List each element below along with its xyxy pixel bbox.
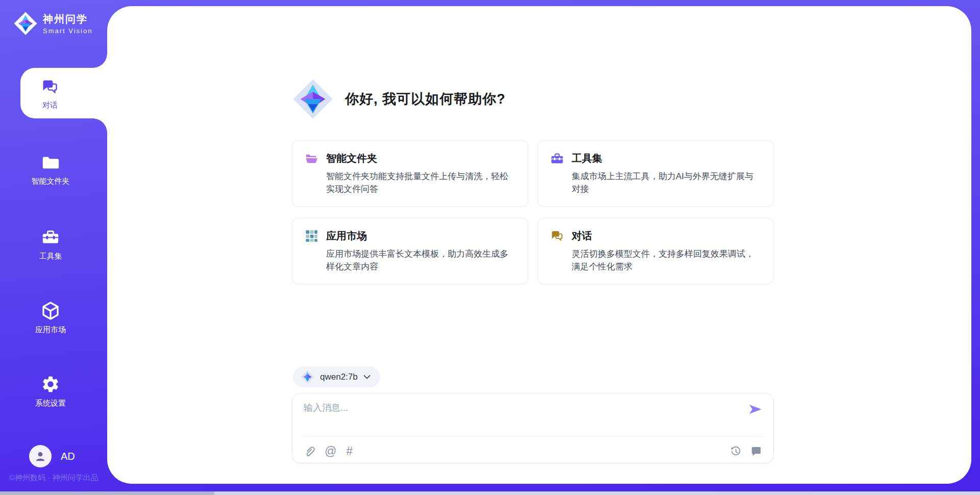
composer-divider (303, 436, 763, 437)
card-toolset[interactable]: 工具集 集成市场上主流工具，助力AI与外界无缝扩展与对接 (537, 140, 774, 207)
sidebar-item-label: 系统设置 (35, 399, 66, 408)
brand-subtitle: Smart Vision (43, 27, 92, 35)
user-icon (34, 450, 47, 463)
folder-icon (40, 152, 61, 172)
model-logo-icon (301, 370, 314, 384)
card-description: 集成市场上主流工具，助力AI与外界无缝扩展与对接 (572, 170, 761, 195)
sidebar-item-label: 应用市场 (35, 325, 66, 335)
send-icon[interactable] (748, 403, 763, 416)
history-icon[interactable] (730, 445, 742, 457)
card-description: 灵活切换多模型文件，支持多样回复效果调试，满足个性化需求 (572, 247, 761, 273)
card-title: 对话 (572, 229, 592, 243)
avatar (29, 445, 52, 467)
sidebar-item-label: 对话 (42, 101, 58, 110)
sidebar-item-app-market[interactable]: 应用市场 (0, 301, 101, 335)
scrollbar-thumb[interactable] (0, 491, 214, 495)
chat-icon (550, 229, 564, 243)
assistant-logo-icon (292, 78, 334, 120)
sidebar-item-label: 工具集 (39, 252, 62, 261)
brand-logo: 神州问学 Smart Vision (13, 11, 92, 36)
sidebar-item-settings[interactable]: 系统设置 (0, 374, 101, 408)
grid-icon (305, 229, 318, 243)
sidebar: 神州问学 Smart Vision 对话 智能文件夹 (0, 0, 107, 495)
card-smart-folder[interactable]: 智能文件夹 智能文件夹功能支持批量文件上传与清洗，轻松实现文件问答 (292, 140, 528, 207)
chat-icon (40, 77, 60, 97)
gear-icon (40, 374, 61, 394)
brand-name: 神州问学 (43, 12, 92, 26)
toolbox-icon (550, 152, 564, 165)
toolbox-icon (40, 227, 61, 247)
model-name: qwen2:7b (320, 372, 358, 382)
card-description: 应用市场提供丰富长文本模板，助力高效生成多样化文章内容 (326, 247, 516, 273)
message-composer: @ # (292, 393, 774, 463)
sidebar-item-label: 智能文件夹 (32, 177, 70, 186)
sidebar-item-toolset[interactable]: 工具集 (0, 227, 101, 261)
card-chat[interactable]: 对话 灵活切换多模型文件，支持多样回复效果调试，满足个性化需求 (537, 218, 774, 284)
attachment-icon[interactable] (305, 445, 315, 457)
card-title: 工具集 (572, 152, 602, 165)
user-menu[interactable]: AD (29, 445, 75, 467)
card-title: 智能文件夹 (326, 152, 377, 165)
card-title: 应用市场 (326, 229, 367, 243)
model-selector[interactable]: qwen2:7b (293, 366, 380, 387)
chat-bubble-icon[interactable] (750, 445, 762, 457)
horizontal-scrollbar (0, 491, 980, 495)
sidebar-item-smart-folder[interactable]: 智能文件夹 (0, 152, 101, 186)
main-panel: 你好, 我可以如何帮助你? 智能文件夹 智能文件夹功能支持批量文件上传与清洗，轻… (107, 6, 971, 484)
cube-icon (40, 301, 61, 321)
card-app-market[interactable]: 应用市场 应用市场提供丰富长文本模板，助力高效生成多样化文章内容 (292, 218, 528, 284)
sidebar-item-chat[interactable]: 对话 (20, 68, 107, 118)
message-input[interactable] (304, 402, 727, 431)
feature-cards: 智能文件夹 智能文件夹功能支持批量文件上传与清洗，轻松实现文件问答 工具集 集成… (292, 140, 774, 284)
chevron-down-icon (363, 375, 371, 379)
greeting-text: 你好, 我可以如何帮助你? (345, 90, 506, 108)
mention-icon[interactable]: @ (325, 445, 336, 457)
hashtag-icon[interactable]: # (346, 445, 353, 457)
user-name: AD (61, 451, 75, 462)
greeting: 你好, 我可以如何帮助你? (292, 78, 506, 120)
copyright-text: ©神州数码 · 神州问学出品 (9, 473, 98, 483)
brand-diamond-icon (13, 11, 38, 36)
card-description: 智能文件夹功能支持批量文件上传与清洗，轻松实现文件问答 (326, 170, 516, 195)
folder-open-icon (305, 152, 318, 165)
